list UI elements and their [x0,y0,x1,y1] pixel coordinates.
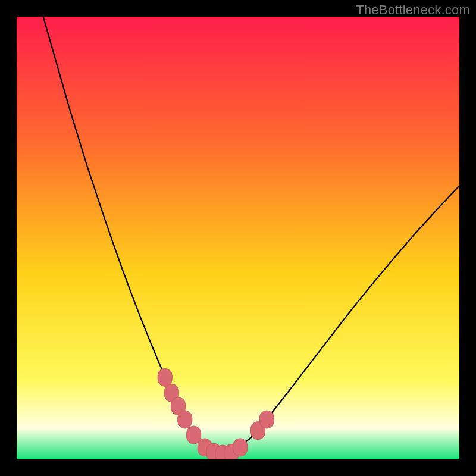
curve-marker [259,411,274,428]
chart-stage: TheBottleneck.com [0,0,476,476]
watermark-text: TheBottleneck.com [356,2,470,18]
gradient-bg [17,17,459,459]
curve-marker [178,411,192,428]
plot-area [17,17,459,459]
curve-marker [187,426,201,444]
curve-marker [158,368,172,386]
chart-svg [17,17,459,459]
curve-marker [233,439,248,456]
